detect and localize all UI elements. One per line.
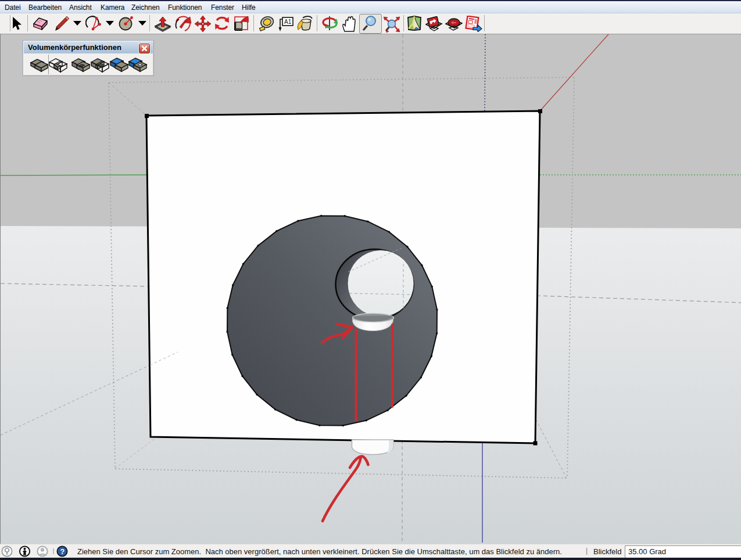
svg-text:A1: A1 xyxy=(284,19,292,25)
svg-text:?: ? xyxy=(60,548,65,556)
